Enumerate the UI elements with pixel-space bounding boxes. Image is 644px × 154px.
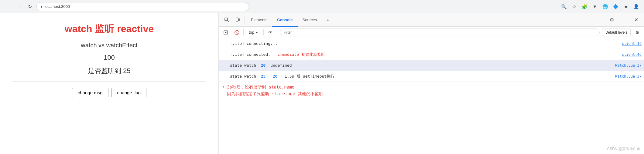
run-script-button[interactable] — [221, 28, 230, 37]
log-source-1[interactable]: client:19 — [622, 42, 642, 46]
page-content: watch 监听 reactive watch vs watchEffect 1… — [0, 13, 219, 154]
log-text-4: state watch 25 20 1.5s 后 setTimeout执行 — [230, 74, 610, 79]
toolbar-gear-button[interactable]: ⚙ — [633, 28, 642, 37]
forward-button[interactable]: → — [15, 2, 23, 11]
element-picker-button[interactable] — [221, 15, 232, 25]
expand-arrow[interactable]: › — [222, 84, 224, 89]
address-text: localhost:3000 — [44, 4, 70, 9]
tab-more[interactable]: » — [322, 13, 334, 27]
svg-marker-5 — [225, 32, 227, 33]
devtools-panel: Elements Console Sources » ⚙ ⋮ ✕ 🚫 top — [219, 13, 644, 154]
log-text-2: [vite] connected. immediate 初始化就监听 — [230, 52, 617, 57]
svg-rect-0 — [225, 18, 228, 21]
zoom-button[interactable]: 🔍 — [560, 2, 568, 11]
filter-input[interactable] — [280, 28, 600, 36]
log-source-4[interactable]: Watch.vue:37 — [615, 74, 642, 79]
extensions-button[interactable]: 🧩 — [580, 2, 589, 11]
devtools-right-icons: ⚙ ⋮ ✕ — [606, 15, 642, 25]
log-expanded-line-2: 因为我们指定了只监听 state.age 其他的不监听 — [227, 90, 323, 97]
profile-button[interactable]: 👤 — [632, 2, 640, 11]
console-log-area[interactable]: [vite] connecting... client:19 [vite] co… — [219, 38, 644, 154]
translate-button[interactable]: 🌐 — [601, 2, 609, 11]
address-bar[interactable]: ● localhost:3000 — [36, 2, 249, 11]
clear-console-button[interactable]: 🚫 — [232, 28, 241, 37]
back-button[interactable]: ← — [4, 2, 12, 11]
device-toolbar-button[interactable] — [232, 15, 243, 25]
eye-button[interactable]: 👁 — [266, 28, 275, 37]
browser-right-icons: 🔍 ☆ 🧩 ▼ 🌐 🔷 ★ 👤 — [560, 2, 640, 11]
page-watch-info: 是否监听到 25 — [88, 66, 131, 75]
page-number: 100 — [104, 54, 115, 62]
button-row: change msg change flag — [72, 88, 146, 97]
log-source-3[interactable]: Watch.vue:37 — [615, 63, 642, 68]
log-entry-expanded: › 3s秒后，没有监听到 state.name 因为我们指定了只监听 state… — [219, 82, 644, 100]
more-options-button[interactable]: ⋮ — [618, 15, 629, 25]
bookmark-button[interactable]: ☆ — [570, 2, 578, 11]
csdn-watermark: CSDN @姜香小白鱼 — [607, 146, 640, 152]
log-text-1: [vite] connecting... — [230, 41, 617, 46]
log-text-2-red: immediate 初始化就监听 — [278, 52, 325, 57]
log-num-3a: 20 — [261, 63, 266, 68]
change-flag-button[interactable]: change flag — [111, 88, 147, 97]
svg-line-1 — [228, 21, 229, 22]
tab-sources[interactable]: Sources — [298, 13, 322, 27]
svg-rect-2 — [236, 18, 238, 21]
tab-separator — [245, 16, 245, 24]
lock-icon: ● — [40, 5, 43, 9]
ext3-button[interactable]: 🔷 — [611, 2, 620, 11]
toolbar-sep3 — [277, 29, 277, 35]
context-text: top — [249, 30, 254, 35]
tab-elements[interactable]: Elements — [246, 13, 272, 27]
log-num-4b: 20 — [273, 74, 278, 79]
log-expanded-line-1: 3s秒后，没有监听到 state.name — [227, 84, 323, 90]
refresh-button[interactable]: ↻ — [26, 2, 34, 11]
context-selector[interactable]: top — [246, 29, 261, 36]
close-devtools-button[interactable]: ✕ — [631, 15, 642, 25]
page-title: watch 监听 reactive — [65, 22, 154, 36]
page-divider — [12, 82, 206, 82]
log-source-2[interactable]: client:46 — [622, 52, 642, 57]
devtools-tabs-bar: Elements Console Sources » ⚙ ⋮ ✕ — [219, 13, 644, 27]
toolbar-sep1 — [243, 29, 244, 35]
log-entry-4: state watch 25 20 1.5s 后 setTimeout执行 Wa… — [219, 71, 644, 82]
settings-button[interactable]: ⚙ — [606, 15, 617, 25]
default-levels-button[interactable]: Default levels — [602, 28, 631, 36]
extension2-button[interactable]: ▼ — [591, 2, 599, 11]
main-area: watch 监听 reactive watch vs watchEffect 1… — [0, 13, 644, 154]
browser-chrome: ← → ↻ ● localhost:3000 🔍 ☆ 🧩 ▼ 🌐 🔷 ★ 👤 — [0, 0, 644, 13]
context-chevron — [255, 30, 258, 35]
log-entry-1: [vite] connecting... client:19 — [219, 38, 644, 49]
change-msg-button[interactable]: change msg — [72, 88, 108, 97]
log-text-3: state watch 20 undefined — [230, 63, 610, 68]
ext4-button[interactable]: ★ — [622, 2, 630, 11]
tab-console[interactable]: Console — [272, 13, 297, 27]
log-num-4a: 25 — [261, 74, 266, 79]
page-subtitle: watch vs watchEffect — [81, 42, 137, 49]
devtools-toolbar: 🚫 top 👁 Default levels ⚙ — [219, 27, 644, 38]
log-entry-3: state watch 20 undefined Watch.vue:37 — [219, 60, 644, 71]
toolbar-sep2 — [263, 29, 264, 35]
log-entry-2: [vite] connected. immediate 初始化就监听 clien… — [219, 49, 644, 60]
svg-rect-3 — [238, 19, 240, 21]
log-expanded-text: 3s秒后，没有监听到 state.name 因为我们指定了只监听 state.a… — [227, 84, 323, 97]
